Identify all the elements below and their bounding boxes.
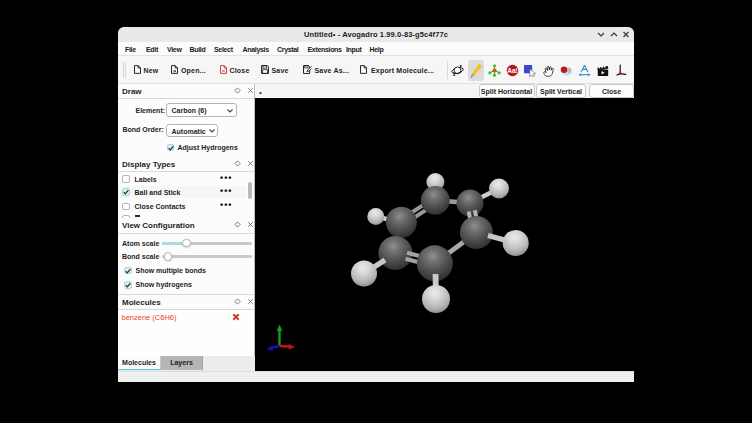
svg-text:Aa!: Aa! [507,67,517,74]
